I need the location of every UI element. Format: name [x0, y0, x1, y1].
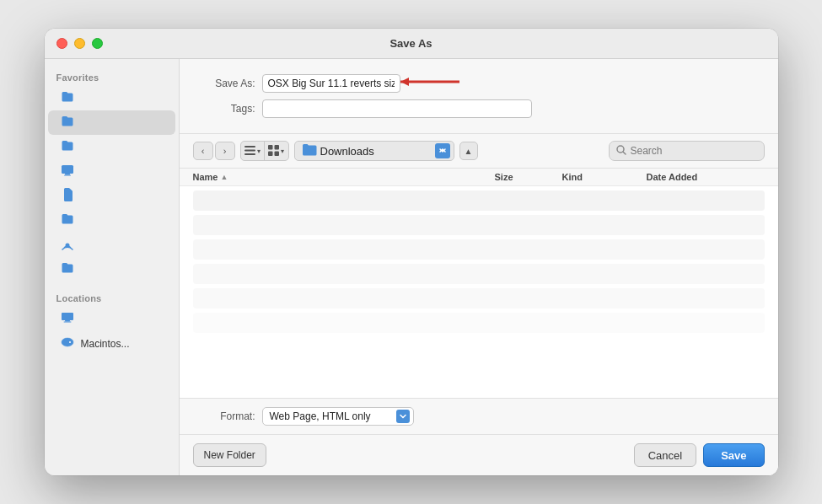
svg-marker-11 [400, 78, 409, 86]
svg-rect-16 [275, 145, 280, 150]
folder-icon-7 [60, 261, 75, 277]
tags-input[interactable] [262, 99, 532, 118]
button-bar: New Folder Cancel Save [180, 434, 778, 475]
svg-rect-18 [275, 151, 280, 156]
list-view-button[interactable]: ▾ [241, 142, 265, 160]
sidebar-item-macintosh[interactable]: Macintos... [48, 331, 175, 356]
save-as-input[interactable] [262, 74, 400, 93]
col-size-label: Size [495, 172, 513, 182]
desktop-icon [60, 164, 75, 180]
sort-arrow-icon: ▲ [220, 173, 228, 181]
forward-button[interactable]: › [215, 142, 235, 160]
location-dropdown[interactable]: Downloads [294, 141, 454, 161]
sidebar-item-favorites-2[interactable] [48, 110, 175, 135]
svg-rect-14 [244, 153, 255, 155]
col-kind-label: Kind [562, 172, 583, 182]
file-placeholder-6 [193, 313, 765, 333]
svg-rect-15 [268, 145, 273, 150]
folder-icon-1 [60, 90, 75, 106]
folder-icon-3 [60, 139, 75, 155]
file-list-header: Name ▲ Size Kind Date Added [180, 169, 778, 186]
svg-rect-2 [64, 175, 71, 176]
sidebar-item-favorites-1[interactable] [48, 86, 175, 110]
svg-rect-0 [62, 165, 73, 174]
annotation-arrow [392, 72, 468, 95]
folder-icon-2 [60, 115, 75, 131]
locations-label: Locations [45, 288, 179, 307]
save-as-input-container [262, 74, 400, 93]
folder-icon-6 [60, 212, 75, 228]
tags-label: Tags: [196, 103, 255, 115]
sidebar-item-favorites-6[interactable] [48, 208, 175, 233]
grid-icon [268, 145, 279, 158]
format-chevron-icon [396, 410, 410, 423]
sidebar-item-computer[interactable] [48, 307, 175, 331]
save-as-row: Save As: [196, 74, 761, 93]
file-list: Name ▲ Size Kind Date Added [180, 169, 778, 398]
new-folder-button[interactable]: New Folder [193, 443, 266, 467]
svg-rect-17 [268, 151, 273, 156]
view-options: ▾ ▾ [240, 141, 289, 161]
file-placeholder-5 [193, 288, 765, 308]
tags-row: Tags: [196, 99, 761, 118]
svg-rect-4 [62, 313, 73, 320]
chevron-right-icon: › [223, 146, 227, 156]
back-button[interactable]: ‹ [193, 142, 213, 160]
svg-rect-1 [65, 174, 70, 175]
computer-icon [60, 311, 75, 327]
close-button[interactable] [56, 38, 67, 49]
location-folder-icon [302, 143, 317, 158]
maximize-button[interactable] [92, 38, 103, 49]
cancel-button[interactable]: Cancel [634, 443, 696, 467]
expand-icon: ▲ [465, 147, 473, 156]
macintosh-label: Macintos... [81, 338, 130, 350]
svg-line-20 [623, 152, 626, 154]
nav-buttons: ‹ › [193, 142, 235, 160]
list-dropdown-icon: ▾ [257, 147, 261, 155]
svg-rect-6 [63, 322, 71, 323]
location-chevron-icon [435, 143, 450, 158]
save-as-dialog: Save As Favorites [45, 29, 778, 475]
toolbar: ‹ › ▾ [180, 134, 778, 169]
svg-point-9 [69, 341, 71, 343]
file-placeholder-3 [193, 239, 765, 260]
expand-button[interactable]: ▲ [459, 142, 478, 160]
sidebar-item-desktop[interactable] [48, 159, 175, 184]
svg-rect-12 [244, 146, 255, 147]
col-name-label: Name [193, 172, 218, 182]
favorites-label: Favorites [45, 67, 179, 86]
file-placeholder-4 [193, 264, 765, 284]
save-as-label: Save As: [196, 78, 255, 89]
file-placeholder-1 [193, 190, 765, 211]
harddrive-icon [60, 335, 75, 351]
sidebar-item-recents[interactable] [48, 184, 175, 208]
location-name: Downloads [320, 145, 432, 158]
main-panel: Save As: Tags: [180, 59, 778, 475]
svg-rect-13 [244, 149, 255, 151]
window-controls [56, 38, 103, 49]
grid-view-button[interactable]: ▾ [265, 142, 288, 160]
dialog-body: Favorites [45, 59, 778, 475]
sidebar-item-airdrop[interactable] [48, 233, 175, 257]
format-label: Format: [196, 410, 255, 422]
sidebar-item-favorites-3[interactable] [48, 135, 175, 159]
search-input[interactable] [631, 145, 757, 157]
doc-icon [60, 188, 75, 204]
search-icon [616, 145, 626, 158]
format-value: Web Page, HTML only [270, 410, 393, 422]
format-select[interactable]: Web Page, HTML only [262, 407, 414, 426]
grid-dropdown-icon: ▾ [281, 147, 284, 155]
minimize-button[interactable] [74, 38, 85, 49]
chevron-left-icon: ‹ [201, 146, 205, 156]
search-box [609, 141, 765, 161]
form-area: Save As: Tags: [180, 59, 778, 134]
sidebar: Favorites [45, 59, 180, 475]
save-button[interactable]: Save [703, 443, 764, 467]
format-area: Format: Web Page, HTML only [180, 398, 778, 434]
file-placeholder-2 [193, 215, 765, 235]
sidebar-item-favorites-7[interactable] [48, 257, 175, 281]
airdrop-icon [60, 237, 75, 253]
col-date-label: Date Added [647, 172, 698, 182]
title-bar: Save As [45, 29, 778, 59]
dialog-title: Save As [390, 37, 432, 50]
